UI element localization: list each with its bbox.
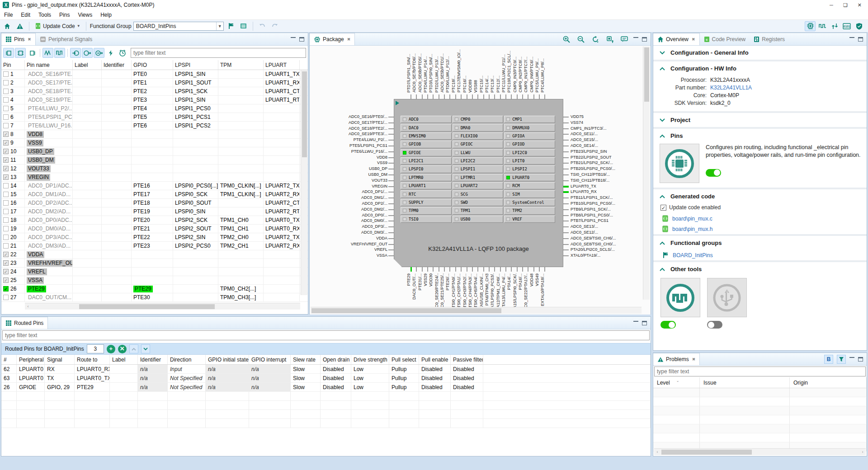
pins-table-row[interactable]: ✓13VREGIN: [1, 173, 308, 182]
problems-horizontal-scrollbar[interactable]: ‹›: [654, 448, 866, 455]
package-vertical-scrollbar[interactable]: [643, 47, 650, 300]
package-pin-label[interactable]: VDDA: [376, 236, 387, 240]
column-header[interactable]: Slew rate: [291, 355, 321, 364]
functional-group-link[interactable]: BOARD_InitPins: [653, 250, 867, 260]
pins-table-row[interactable]: ✓26PTE29PTE29TPM0_CH2[...]: [1, 285, 308, 293]
problems-table-header[interactable]: Level⌄IssueOrigin: [653, 377, 867, 388]
maximize-panel-icon[interactable]: [299, 37, 304, 42]
pins-vertical-scrollbar[interactable]: [301, 70, 307, 295]
column-header[interactable]: Pull select: [389, 355, 419, 364]
package-pin-label[interactable]: PTA6/TPM0_CH3: [485, 273, 489, 306]
package-pin-label[interactable]: ADC0_SE11/...: [571, 132, 598, 136]
updater-tool-icon[interactable]: [829, 21, 840, 31]
move-up-button[interactable]: [129, 344, 138, 353]
pin-checkbox[interactable]: ✓: [3, 286, 9, 291]
peripheral-block-tpm2[interactable]: TPM2: [504, 207, 555, 214]
peripheral-block-gpioc[interactable]: GPIOC: [453, 141, 504, 148]
column-header[interactable]: TPM: [218, 60, 264, 70]
package-pin-label[interactable]: ADC0_SE5b/PTD1/...: [440, 53, 444, 93]
pins-table-row[interactable]: 2ADC0_SE17/PTE...PTE1LPSPI1_SOUTLPUART1_…: [1, 79, 308, 87]
pin-checkbox[interactable]: ✓: [3, 140, 9, 146]
tee-tool-icon[interactable]: [854, 21, 864, 31]
pin-checkbox[interactable]: ✓: [3, 277, 9, 283]
restore-window-button[interactable]: ❏: [843, 0, 848, 10]
peripheral-block-lpuart0[interactable]: LPUART0: [504, 174, 555, 181]
maximize-panel-icon[interactable]: [858, 37, 863, 42]
package-pin-label[interactable]: PTD3/LPSPI0_SIN/...: [429, 54, 433, 93]
package-pin-label[interactable]: PTC10/LPI2C1_SCL/...: [507, 51, 511, 93]
tab-package[interactable]: Package✖: [310, 33, 355, 45]
maximize-panel-icon[interactable]: [642, 321, 647, 325]
maximize-panel-icon[interactable]: [642, 37, 647, 42]
pin-checkbox[interactable]: [3, 106, 9, 111]
peripheral-block-sim[interactable]: SIM: [504, 190, 555, 197]
peripheral-block-emvsim0[interactable]: EMVSIM0: [401, 132, 452, 140]
pins-table-row[interactable]: 7PTE6/LLWU_P16...PTE6LPSPI1_PCS2: [1, 122, 308, 130]
peripheral-block-gpiod[interactable]: GPIOD: [504, 141, 555, 148]
package-pin-label[interactable]: ADC0_SE18/PTE2/...: [349, 126, 387, 131]
pins-tool-icon[interactable]: [805, 21, 816, 31]
peripheral-block-lpspi2[interactable]: LPSPI2: [504, 165, 555, 173]
timer-icon[interactable]: [117, 48, 128, 58]
column-header[interactable]: Issue: [700, 377, 790, 388]
pin-checkbox[interactable]: [3, 226, 9, 231]
maximize-panel-icon[interactable]: [858, 357, 863, 362]
file-link-pin-mux-c[interactable]: board\pin_mux.c: [653, 213, 867, 224]
peripheral-block-lpspi1[interactable]: LPSPI1: [453, 165, 504, 173]
pins-table-row[interactable]: 14ADC0_DP1/ADC...PTE16LPSPI0_PCS0[...]TP…: [1, 182, 308, 190]
pin-checkbox[interactable]: ✓: [3, 174, 9, 180]
peripheral-block-swd[interactable]: SWD: [453, 199, 504, 206]
section-header[interactable]: Project: [653, 113, 867, 127]
column-header[interactable]: LPSPI: [173, 60, 218, 70]
peripheral-block-dmamux0[interactable]: DMAMUX0: [504, 124, 555, 131]
clocks-tool-tile[interactable]: [660, 278, 700, 317]
package-pin-label[interactable]: PTE26/...: [445, 273, 450, 291]
column-header[interactable]: GPIO initial state: [206, 355, 249, 364]
pins-table-row[interactable]: 27DAC0_OUT/CM...PTE30TPM0_CH3[...]: [1, 293, 308, 302]
pins-table-row[interactable]: 1ADC0_SE16/PTE...PTE0LPSPI1_SINLPUART1_T…: [1, 70, 308, 79]
package-pin-label[interactable]: PTB10/LPSPI1_PCS0/...: [571, 201, 615, 206]
package-pin-label[interactable]: TSI0_CH2/PTA1/...: [457, 273, 461, 308]
section-header[interactable]: Generated code: [653, 189, 867, 203]
package-pin-label[interactable]: PTC15/...: [479, 75, 484, 93]
package-pin-label[interactable]: PTC17/EMVSIM0_IO/...: [457, 49, 461, 93]
menu-item-help[interactable]: Help: [96, 10, 116, 20]
tab-peripheral-signals[interactable]: Peripheral Signals: [36, 33, 96, 45]
package-pin-label[interactable]: PTC18/...: [451, 75, 456, 93]
package-pin-label[interactable]: ADC0_DM1/...: [361, 195, 387, 200]
pin-checkbox[interactable]: [3, 97, 9, 103]
pin-checkbox[interactable]: ✓: [3, 132, 9, 137]
remove-pin-button[interactable]: ✕: [118, 345, 127, 353]
minimize-panel-icon[interactable]: [849, 37, 854, 38]
package-pin-label[interactable]: ADC0_DM2/...: [361, 207, 387, 212]
peripheral-block-lpuart2[interactable]: LPUART2: [453, 182, 504, 189]
pins-table-row[interactable]: 4ADC0_SE19/PTE...PTE3LPSPI1_SINLPUART1_R…: [1, 96, 308, 104]
peripheral-block-cmp1[interactable]: CMP1: [504, 116, 555, 123]
package-pin-label[interactable]: VDD8: [377, 155, 387, 160]
package-pin-label[interactable]: PTB20/LPSPI2_PCS0/...: [571, 166, 615, 171]
peripheral-block-dma0[interactable]: DMA0: [453, 124, 504, 131]
pins-table-row[interactable]: 21ADC0_DM3/AD...PTE23LPSPI2_PCS0TPM2_CH1…: [1, 242, 308, 250]
warning-icon[interactable]: [14, 21, 25, 31]
peripheral-block-scg[interactable]: SCG: [453, 190, 504, 197]
package-pin-label[interactable]: LPUART0_RX: [571, 189, 597, 194]
pin-checkbox[interactable]: [3, 209, 9, 214]
peripheral-block-lpi2c0[interactable]: LPI2C0: [504, 149, 555, 156]
pins-table-row[interactable]: ✓25VSSA: [1, 276, 308, 285]
peripheral-block-lptmr1[interactable]: LPTMR1: [453, 174, 504, 181]
tab-routed-pins[interactable]: Routed Pins: [1, 317, 48, 329]
package-canvas[interactable]: ADC0CMP0CMP1DAC0DMA0DMAMUX0EMVSIM0FLEXIO…: [310, 46, 651, 315]
column-header[interactable]: #: [1, 355, 17, 364]
peripheral-block-tpm0[interactable]: TPM0: [401, 207, 452, 214]
peripheral-block-llwu[interactable]: LLWU: [453, 149, 504, 156]
package-pin-label[interactable]: CMP1_IN1/PTC3/...: [571, 126, 607, 131]
home-icon[interactable]: [2, 21, 13, 31]
package-horizontal-scrollbar[interactable]: [311, 307, 642, 314]
package-pin-label[interactable]: PTE5/LPSPI1_PCS1: [349, 143, 387, 148]
package-pin-label[interactable]: TSI0_CH4/PTA3/...: [468, 273, 472, 308]
package-pin-label[interactable]: ADC0_DP0/...: [362, 213, 387, 217]
package-pin-label[interactable]: VDD75: [571, 114, 584, 119]
package-pin-label[interactable]: PTE31/...: [418, 273, 422, 291]
package-pin-label[interactable]: ADC0_SE17/PTE1/...: [349, 120, 387, 125]
peripheral-block-adc0[interactable]: ADC0: [401, 116, 452, 123]
